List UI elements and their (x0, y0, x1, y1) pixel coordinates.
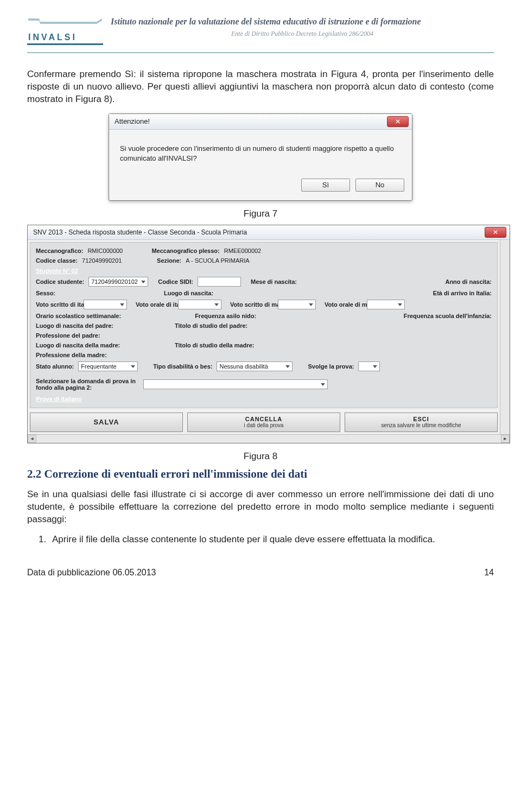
label-voto-si: Voto scritto di italiano: (36, 301, 79, 308)
close-icon[interactable]: ✕ (485, 227, 506, 238)
label-freq-inf: Frequenza scuola dell'infanzia: (404, 313, 492, 319)
label-luogo-padre: Luogo di nascita del padre: (36, 322, 96, 329)
label-titolo-padre: Titolo di studio del padre: (175, 322, 247, 329)
horizontal-scrollbar[interactable]: ◄► (28, 434, 510, 443)
value-meccanografico: RMIC000000 (87, 248, 147, 254)
student-header: Studente N° 02 (36, 268, 492, 274)
label-mese: Mese di nascita: (251, 278, 297, 285)
header-title: Istituto nazionale per la valutazione de… (111, 16, 494, 27)
intro-paragraph: Confermare premendo Sì: il sistema ripro… (27, 68, 494, 106)
input-voto-sm[interactable] (278, 300, 316, 309)
svg-rect-0 (27, 43, 103, 45)
header-subtitle: Ente di Diritto Pubblico Decreto Legisla… (111, 30, 494, 38)
value-sezione: A - SCUOLA PRIMARIA (186, 257, 249, 264)
page-header: INVALSI Istituto nazionale per la valuta… (27, 16, 494, 53)
label-codice-classe: Codice classe: (36, 257, 78, 264)
label-prof-padre: Professione del padre: (36, 332, 100, 339)
label-orario: Orario scolastico settimanale: (36, 313, 121, 319)
dialog-message: Si vuole procedere con l'inserimento di … (109, 130, 412, 173)
form-window: SNV 2013 - Scheda risposta studente - Cl… (27, 225, 510, 443)
dialog-attenzione: Attenzione! ✕ Si vuole procedere con l'i… (109, 113, 412, 201)
esci-button[interactable]: ESCI senza salvare le ultime modifiche (345, 413, 498, 432)
label-sezione: Sezione: (157, 257, 181, 264)
label-tipo-dis: Tipo disabilità o bes: (153, 363, 212, 370)
logo: INVALSI (27, 16, 103, 48)
value-codice-classe: 712049990201 (82, 257, 136, 264)
input-voto-si[interactable] (84, 300, 127, 309)
label-sel-domanda: Selezionare la domanda di prova in fondo… (36, 378, 139, 391)
value-mecc-plesso: RMEE000002 (224, 248, 262, 254)
input-voto-oi[interactable] (178, 300, 221, 309)
input-sel-domanda[interactable] (143, 379, 328, 389)
no-button[interactable]: No (355, 179, 404, 192)
step-1: Aprire il file della classe contenente l… (49, 534, 494, 546)
section-paragraph: Se in una qualsiasi delle fasi illustrat… (27, 489, 494, 526)
page-number: 14 (484, 568, 494, 578)
input-tipo-dis[interactable]: Nessuna disabilità (217, 361, 293, 371)
label-cod-sidi: Codice SIDI: (158, 278, 193, 285)
label-freq-nido: Frequenza asilo nido: (195, 313, 256, 319)
input-cod-studente[interactable]: 71204999020102 (88, 277, 148, 287)
label-mecc-plesso: Meccanografico plesso: (151, 248, 219, 254)
label-cod-studente: Codice studente: (36, 278, 84, 285)
section-heading: 2.2 Correzione di eventuali errori nell'… (27, 467, 494, 481)
salva-button[interactable]: SALVA (30, 413, 183, 432)
logo-text: INVALSI (28, 33, 77, 42)
figure8-caption: Figura 8 (27, 451, 494, 462)
label-sesso: Sesso: (36, 290, 90, 296)
vertical-scrollbar[interactable] (500, 240, 510, 434)
dialog-title: Attenzione! (115, 117, 387, 125)
yes-button[interactable]: Sì (301, 179, 350, 192)
label-titolo-madre: Titolo di studio della madre: (175, 342, 254, 348)
input-cod-sidi[interactable] (198, 277, 241, 287)
footer-date: Data di pubblicazione 06.05.2013 (27, 568, 156, 578)
label-meccanografico: Meccanografico: (36, 248, 83, 254)
cancella-button[interactable]: CANCELLA i dati della prova (187, 413, 340, 432)
prova-italiano-header: Prova di italiano (36, 396, 492, 402)
label-anno: Anno di nascita: (445, 278, 492, 285)
label-stato: Stato alunno: (36, 363, 74, 370)
label-voto-sm: Voto scritto di matematica: (230, 301, 274, 308)
label-luogo-nascita: Luogo di nascita: (164, 290, 213, 296)
steps-list: Aprire il file della classe contenente l… (49, 534, 494, 546)
input-voto-om[interactable] (367, 300, 405, 309)
label-svolge: Svolge la prova: (308, 363, 354, 370)
input-svolge[interactable] (358, 361, 380, 371)
label-eta-arrivo: Età di arrivo in Italia: (433, 290, 492, 296)
input-stato[interactable]: Frequentante (78, 361, 138, 371)
form-window-title: SNV 2013 - Scheda risposta studente - Cl… (33, 229, 485, 236)
label-prof-madre: Professione della madre: (36, 352, 107, 358)
close-icon[interactable]: ✕ (387, 116, 409, 127)
label-voto-oi: Voto orale di italiano: (136, 301, 174, 308)
figure7-caption: Figura 7 (27, 208, 494, 219)
label-luogo-madre: Luogo di nascita della madre: (36, 342, 96, 348)
label-voto-om: Voto orale di matematica: (325, 301, 363, 308)
